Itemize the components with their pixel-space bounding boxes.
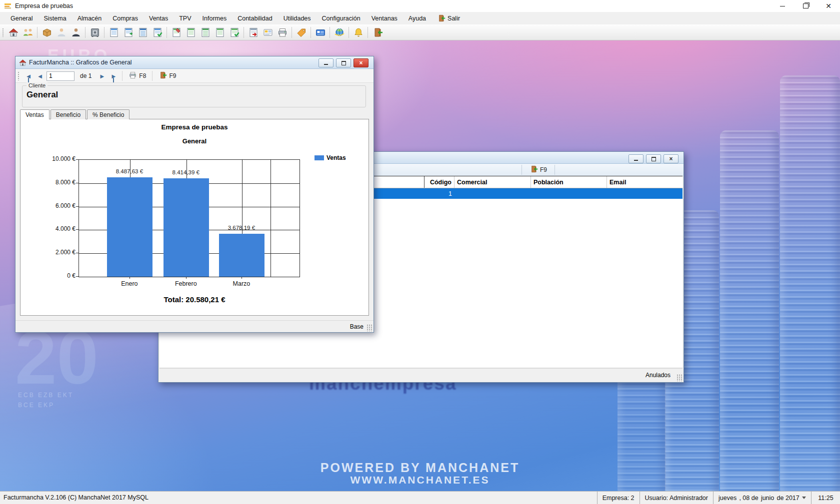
column-header-email[interactable]: Email: [607, 176, 682, 188]
record-count-label: de 1: [80, 72, 92, 79]
resize-grip[interactable]: [676, 374, 682, 381]
tab-ventas[interactable]: Ventas: [20, 109, 50, 119]
x-axis-label: Enero: [100, 280, 160, 287]
banknote-ecb-text: ECB EZB EKT BCE EKP: [18, 390, 98, 410]
column-header-poblacion[interactable]: Población: [531, 176, 607, 188]
home-icon[interactable]: [6, 25, 20, 39]
main-restore-button[interactable]: [794, 0, 817, 12]
date-month: junio: [761, 495, 774, 502]
sales-invoice-check-doc-icon[interactable]: [150, 25, 164, 39]
sales-budget-doc-icon[interactable]: [107, 25, 120, 39]
menu-item-informes[interactable]: Informes: [197, 12, 232, 24]
chart-title: Empresa de pruebas: [20, 123, 368, 131]
exit-door-icon: [437, 14, 446, 22]
app-icon: [4, 2, 12, 9]
y-tick: [76, 159, 78, 160]
report-card-icon[interactable]: [261, 25, 274, 39]
printer-icon[interactable]: [276, 25, 289, 39]
chart-exit-f9-button[interactable]: F9: [156, 70, 178, 81]
record-number-input[interactable]: [46, 71, 74, 81]
date-day: jueves: [718, 495, 736, 502]
list-window-maximize-button[interactable]: [646, 154, 661, 163]
chart-window-title: FacturMancha :: Graficos de General: [29, 59, 132, 66]
menu-item-ventanas[interactable]: Ventanas: [366, 12, 403, 24]
menu-item-sistema[interactable]: Sistema: [38, 12, 72, 24]
toolbar-separator: [166, 27, 167, 38]
products-box-icon[interactable]: [40, 25, 54, 39]
resize-grip[interactable]: [366, 324, 372, 331]
date-dropdown-caret[interactable]: [802, 497, 806, 499]
sales-delivery-doc-icon[interactable]: [136, 25, 150, 39]
menu-item-salir[interactable]: Salir: [432, 12, 466, 24]
chart-window-minimize-button[interactable]: [318, 58, 334, 67]
menu-item-ayuda[interactable]: Ayuda: [403, 12, 432, 24]
printer-icon: [128, 71, 137, 81]
main-close-button[interactable]: ✕: [817, 0, 840, 12]
main-window-titlebar[interactable]: Empresa de pruebas ✕: [0, 0, 840, 12]
export-doc-icon[interactable]: [246, 25, 260, 39]
y-tick: [76, 253, 78, 253]
clients-group-icon[interactable]: [21, 25, 34, 39]
menu-item-ventas[interactable]: Ventas: [144, 12, 174, 24]
web-globe-icon[interactable]: [332, 25, 346, 39]
clock-segment: 11:25: [811, 492, 840, 504]
tab-beneficio[interactable]: Beneficio: [50, 109, 86, 119]
column-header-comercial[interactable]: Comercial: [454, 176, 531, 188]
contact-person-icon[interactable]: [54, 25, 68, 39]
chart-window-restore-button[interactable]: [336, 58, 351, 67]
row-cell: [531, 188, 607, 199]
house-window-icon: [18, 58, 26, 66]
nav-previous-button[interactable]: ◀: [35, 71, 45, 81]
agent-person-icon[interactable]: [69, 25, 82, 39]
list-exit-f9-button[interactable]: F9: [527, 164, 550, 175]
nav-first-button[interactable]: ◀: [24, 71, 34, 81]
column-header-codigo[interactable]: Código: [424, 176, 454, 188]
chart-total-label: Total: 20.580,21 €: [20, 295, 368, 304]
nav-next-button[interactable]: ▶: [97, 71, 107, 81]
purchase-check-doc-icon[interactable]: [228, 25, 241, 39]
purchase-edit-doc-icon[interactable]: [170, 25, 183, 39]
row-cell: [607, 188, 682, 199]
bar-enero: [107, 177, 152, 277]
toolbar-grip[interactable]: [2, 28, 4, 37]
menu-item-compras[interactable]: Compras: [107, 12, 144, 24]
main-minimize-button[interactable]: [771, 0, 794, 12]
purchase-invoice-doc-icon[interactable]: [213, 25, 226, 39]
toolbar-separator: [368, 27, 368, 38]
purchase-delivery-doc-icon[interactable]: [198, 25, 212, 39]
list-window-close-button[interactable]: ×: [664, 154, 678, 163]
y-axis-label: 2.000 €: [34, 249, 76, 256]
chart-window: FacturMancha :: Graficos de General × ◀ …: [15, 56, 374, 333]
cash-safe-icon[interactable]: [88, 25, 102, 39]
menu-item-general[interactable]: General: [5, 12, 38, 24]
toolbar-separator: [330, 27, 330, 38]
menu-item-configuracion[interactable]: Configuración: [316, 12, 366, 24]
y-tick: [76, 276, 78, 277]
date-picker-segment[interactable]: jueves , 08 de junio de 2017: [713, 492, 811, 504]
list-window-minimize-button[interactable]: [628, 154, 644, 163]
cliente-groupbox: Cliente General: [22, 85, 366, 107]
tab-beneficio[interactable]: % Beneficio: [87, 109, 130, 119]
toolbar-grip[interactable]: [18, 71, 20, 80]
menu-item-tpv[interactable]: TPV: [174, 12, 196, 24]
exit-door-icon[interactable]: [370, 25, 384, 39]
nav-last-button[interactable]: ▶: [108, 71, 118, 81]
menu-item-almacen[interactable]: Almacén: [72, 12, 108, 24]
purchase-order-doc-icon[interactable]: [184, 25, 198, 39]
toolbar-separator: [85, 27, 86, 38]
bar-value-label: 8.487,63 €: [100, 168, 160, 174]
business-card-icon[interactable]: [314, 25, 327, 39]
sales-order-doc-icon[interactable]: [122, 25, 135, 39]
alerts-bell-icon[interactable]: [352, 25, 365, 39]
print-f8-button[interactable]: F8: [126, 70, 148, 81]
chart-tabs: VentasBeneficio% Beneficio: [20, 109, 130, 119]
exit-door-icon: [158, 71, 167, 81]
tags-icon[interactable]: [294, 25, 308, 39]
y-axis-label: 0 €: [34, 272, 76, 279]
menu-item-contabilidad[interactable]: Contabilidad: [232, 12, 278, 24]
ecb-line: ECB EZB EKT: [18, 390, 98, 400]
menu-item-utilidades[interactable]: Utilidades: [278, 12, 316, 24]
powered-by-text: POWERED BY MANCHANET WWW.MANCHANET.ES: [0, 461, 840, 486]
coin-stack: [720, 130, 779, 491]
chart-window-close-button[interactable]: ×: [354, 58, 368, 67]
